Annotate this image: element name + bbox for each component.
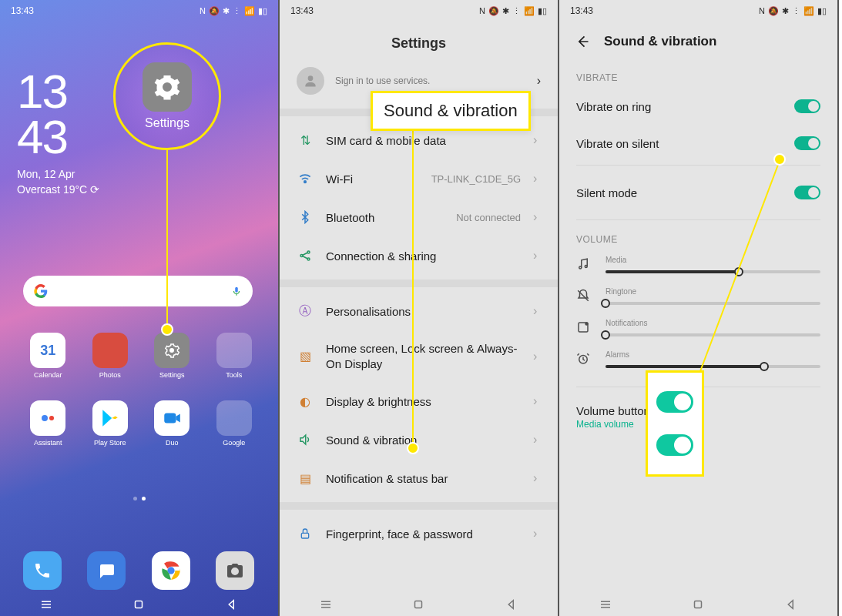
row-homescreen[interactable]: ▧Home screen, Lock screen & Always-On Di… <box>280 330 558 382</box>
nav-bar <box>559 593 837 616</box>
weather-text: Overcast 19°C ⟳ <box>17 183 99 196</box>
slider-ringtone[interactable]: Ringtone <box>559 281 837 313</box>
nav-home-icon[interactable] <box>691 598 705 611</box>
nav-bar <box>280 593 558 616</box>
mic-icon[interactable] <box>231 283 242 299</box>
sound-vibration-screen: 13:43 N🔕✱⋮📶▮▯ Sound & vibration VIBRATE … <box>559 0 839 616</box>
row-fingerprint[interactable]: Fingerprint, face & password› <box>280 514 558 553</box>
toggle-vibrate-silent[interactable] <box>794 136 820 150</box>
back-arrow-icon[interactable] <box>575 34 590 49</box>
section-volume: VOLUME <box>559 223 837 249</box>
share-icon <box>297 247 314 264</box>
app-photos[interactable]: Photos <box>84 333 137 379</box>
brightness-icon: ◐ <box>297 393 314 410</box>
app-grid: 31Calendar Photos Settings Tools Assista… <box>22 333 260 447</box>
svg-point-10 <box>308 75 314 81</box>
app-duo[interactable]: Duo <box>146 400 199 447</box>
notification-icon: ▤ <box>297 470 314 487</box>
nav-home-icon[interactable] <box>411 598 425 611</box>
page-indicator <box>0 497 278 500</box>
callout-toggle-1 <box>656 391 693 413</box>
row-vibrate-ring[interactable]: Vibrate on ring <box>559 88 837 125</box>
svg-point-26 <box>585 323 588 325</box>
callout-settings-circle: Settings <box>113 42 221 150</box>
sound-icon <box>297 431 314 448</box>
clock-widget[interactable]: 13 43 Mon, 12 Apr Overcast 19°C ⟳ <box>17 69 99 196</box>
row-silent-mode[interactable]: Silent mode <box>559 169 837 216</box>
slider-media[interactable]: Media <box>559 249 837 281</box>
svg-point-14 <box>307 258 310 260</box>
app-google-folder[interactable]: Google <box>208 400 261 447</box>
row-personalisations[interactable]: ⒶPersonalisations› <box>280 292 558 330</box>
nav-back-icon[interactable] <box>225 598 239 611</box>
app-calendar[interactable]: 31Calendar <box>22 333 75 379</box>
settings-list-1: ⇅SIM card & mobile data› Wi-FiTP-LINK_C1… <box>280 116 558 280</box>
google-search-bar[interactable] <box>23 276 253 306</box>
dock-chrome[interactable] <box>152 551 190 590</box>
app-assistant[interactable]: Assistant <box>22 400 75 447</box>
nav-back-icon[interactable] <box>505 598 518 611</box>
home-icon: ▧ <box>297 348 314 365</box>
clock-minute: 43 <box>17 115 99 160</box>
settings-screen: 13:43 N🔕✱⋮📶▮▯ Settings Sign in to use se… <box>280 0 559 616</box>
callout-sound-label: Sound & vibration <box>371 91 531 131</box>
app-settings[interactable]: Settings <box>146 333 199 379</box>
dock-phone[interactable] <box>23 551 62 590</box>
svg-point-2 <box>169 348 174 353</box>
app-tools-folder[interactable]: Tools <box>208 333 261 379</box>
toggle-vibrate-ring[interactable] <box>794 99 820 113</box>
music-icon <box>576 257 592 273</box>
svg-point-23 <box>585 265 587 267</box>
status-bar: 13:43 N 🔕 ✱ ⋮ 📶 ▮▯ <box>0 0 278 22</box>
status-time: 13:43 <box>11 5 34 16</box>
avatar-icon <box>297 67 324 95</box>
status-icons: N 🔕 ✱ ⋮ 📶 ▮▯ <box>200 6 267 16</box>
google-icon <box>34 284 48 298</box>
svg-point-13 <box>307 251 310 253</box>
settings-list-2: ⒶPersonalisations› ▧Home screen, Lock sc… <box>280 287 558 502</box>
row-connection[interactable]: Connection & sharing› <box>280 236 558 275</box>
settings-large-icon[interactable] <box>143 62 192 112</box>
page-title: Settings <box>280 22 558 62</box>
chevron-right-icon: › <box>537 74 541 88</box>
dock <box>23 551 254 590</box>
status-time: 13:43 <box>570 5 593 16</box>
mute-icon: 🔕 <box>209 6 220 16</box>
lock-icon <box>297 525 314 542</box>
status-icons: N🔕✱⋮📶▮▯ <box>479 6 547 16</box>
nav-recent-icon[interactable] <box>599 598 612 611</box>
bluetooth-icon <box>297 209 314 226</box>
battery-icon: ▮▯ <box>258 6 267 16</box>
row-wifi[interactable]: Wi-FiTP-LINK_C1DE_5G› <box>280 159 558 198</box>
svg-rect-9 <box>136 601 143 608</box>
toggle-silent-mode[interactable] <box>794 186 820 199</box>
status-bar: 13:43 N🔕✱⋮📶▮▯ <box>559 0 837 22</box>
profile-sub: Sign in to use services. <box>335 75 526 86</box>
bluetooth-icon: ✱ <box>223 6 230 16</box>
wifi-icon <box>297 170 314 187</box>
status-bar: 13:43 N🔕✱⋮📶▮▯ <box>280 0 558 22</box>
clock-hour: 13 <box>17 69 99 115</box>
row-notification[interactable]: ▤Notification & status bar› <box>280 459 558 497</box>
row-vibrate-silent[interactable]: Vibrate on silent <box>559 125 837 162</box>
sim-icon: ⇅ <box>297 132 314 149</box>
dock-camera[interactable] <box>216 551 254 590</box>
page-title: Sound & vibration <box>604 34 716 49</box>
alarm-icon <box>576 352 592 367</box>
row-bluetooth[interactable]: BluetoothNot connected› <box>280 198 558 236</box>
nav-recent-icon[interactable] <box>319 598 333 611</box>
row-display[interactable]: ◐Display & brightness› <box>280 382 558 420</box>
svg-point-11 <box>304 181 307 183</box>
nav-home-icon[interactable] <box>132 598 146 611</box>
dock-messages[interactable] <box>87 551 126 590</box>
nav-back-icon[interactable] <box>784 598 798 611</box>
clock-date: Mon, 12 Apr <box>17 168 99 180</box>
svg-point-22 <box>579 266 582 269</box>
svg-rect-21 <box>415 601 422 608</box>
svg-rect-3 <box>165 413 176 424</box>
status-icons: N🔕✱⋮📶▮▯ <box>759 6 827 16</box>
app-playstore[interactable]: Play Store <box>84 400 137 447</box>
slider-notifications[interactable]: Notifications <box>559 313 837 344</box>
row-sound[interactable]: Sound & vibration› <box>280 420 558 459</box>
nav-recent-icon[interactable] <box>39 598 53 611</box>
